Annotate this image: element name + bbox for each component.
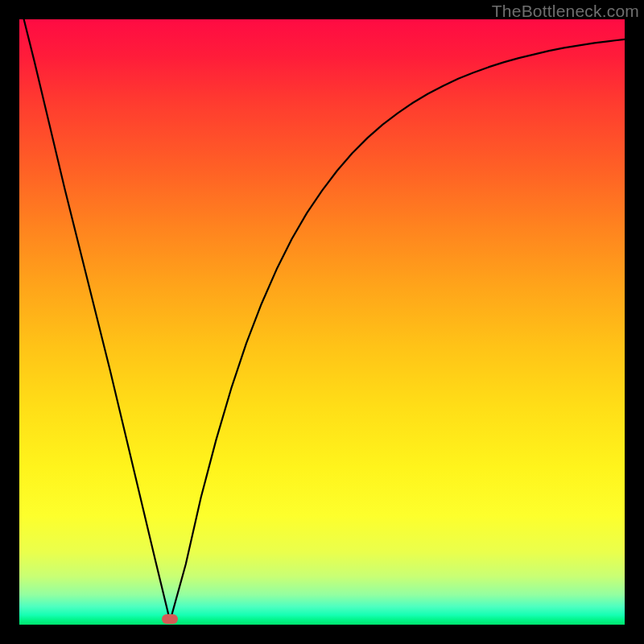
plot-area bbox=[19, 19, 625, 625]
watermark-text: TheBottleneck.com bbox=[492, 2, 639, 21]
bottleneck-curve bbox=[19, 19, 625, 625]
optimum-marker bbox=[162, 614, 178, 624]
chart-frame: TheBottleneck.com bbox=[0, 0, 644, 644]
